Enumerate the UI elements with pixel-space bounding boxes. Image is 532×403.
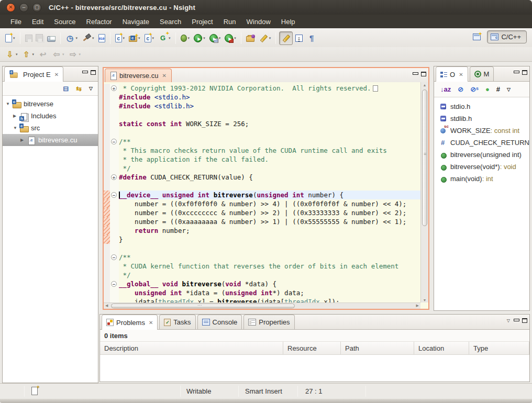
close-icon[interactable]: ✕ (149, 320, 153, 326)
scroll-down-icon[interactable]: ▼ (421, 298, 428, 302)
hide-nonpublic-button[interactable]: ● (485, 85, 490, 93)
vertical-scrollbar[interactable]: ▲ ▼ (420, 82, 428, 303)
hide-fields-button[interactable]: ⊘ (458, 85, 463, 93)
prev-annotation-button[interactable]: ⇧▾ (20, 48, 36, 61)
tab-properties[interactable]: Properties (243, 315, 294, 329)
tree-item-bitreverse[interactable]: ▼bitreverse (3, 98, 98, 110)
dropdown-arrow-icon[interactable]: ▾ (169, 36, 171, 40)
collapsed-region-box-icon[interactable] (373, 85, 378, 92)
column-header-resource[interactable]: Resource (283, 342, 341, 354)
hide-inactive-button[interactable]: # (496, 85, 500, 93)
show-block-button[interactable] (294, 33, 304, 43)
tab-project-explorer[interactable]: Project E ✕ (4, 66, 63, 82)
save-button[interactable] (24, 33, 34, 43)
tree-collapsed-arrow-icon[interactable]: ▶ (20, 138, 27, 142)
dropdown-arrow-icon[interactable]: ▾ (92, 36, 94, 40)
column-header-location[interactable]: Location (414, 342, 469, 354)
tab-make-target[interactable]: M (470, 66, 494, 81)
column-header-type[interactable]: Type (469, 342, 529, 354)
window-close-icon[interactable]: ✕ (6, 3, 15, 12)
outline-item-stdio-h[interactable]: stdio.h (434, 100, 529, 113)
tree-collapsed-arrow-icon[interactable]: ▶ (13, 114, 19, 118)
outline-item-main-void-[interactable]: main(void) : int (434, 173, 529, 185)
new-c-class-button[interactable]: ▾ (143, 32, 156, 44)
tab-bitreverse-cu[interactable]: bitreverse.cu ✕ (105, 69, 172, 82)
highlight-toggle-button[interactable] (279, 31, 293, 45)
search-marker-button[interactable]: ▾ (257, 32, 273, 44)
save-all-button[interactable] (35, 33, 45, 43)
outline-item-cuda-check-return[interactable]: CUDA_CHECK_RETURN (434, 137, 529, 149)
new-c-folder-button[interactable]: ▾ (127, 32, 142, 43)
vertical-scroll-thumb[interactable] (422, 89, 427, 226)
menu-help[interactable]: Help (276, 16, 301, 28)
maximize-view-icon[interactable] (522, 70, 527, 75)
dropdown-arrow-icon[interactable]: ▾ (79, 52, 81, 57)
horizontal-scroll-thumb[interactable] (111, 304, 295, 308)
expand-fold-icon[interactable]: + (111, 85, 117, 91)
next-annotation-button[interactable]: ⇩▾ (4, 48, 19, 61)
menu-window[interactable]: Window (241, 16, 276, 28)
dropdown-arrow-icon[interactable]: ▾ (219, 36, 221, 40)
debug-button[interactable]: ▾ (179, 33, 192, 43)
tree-item-includes[interactable]: ▶Includes (3, 110, 98, 122)
outline-item-bitreverse-void-[interactable]: bitreverse(void*) : void (434, 161, 529, 173)
maximize-editor-icon[interactable] (421, 72, 426, 76)
binary-parser-button[interactable]: 010 (97, 32, 107, 44)
open-perspective-button[interactable] (471, 32, 482, 42)
view-menu-button[interactable]: ▽ (507, 87, 511, 92)
outline-item-work-size[interactable]: WORK_SIZE : const int (434, 125, 529, 137)
dropdown-arrow-icon[interactable]: ▾ (188, 36, 190, 40)
forward-button[interactable]: ⇨▾ (67, 48, 83, 61)
code-editor[interactable]: + * Copyright 1993-2012 NVIDIA Corporati… (104, 82, 428, 303)
minimize-view-icon[interactable] (82, 71, 87, 75)
dropdown-arrow-icon[interactable]: ▾ (76, 36, 78, 40)
tree-item-bitreverse-cu[interactable]: ▶bitreverse.cu (3, 134, 98, 146)
open-element-button[interactable] (245, 32, 256, 43)
hide-static-button[interactable]: ⊘ˢ (470, 85, 479, 93)
horizontal-scrollbar[interactable]: ◀ ▶ (104, 303, 420, 309)
maximize-view-icon[interactable] (522, 318, 527, 323)
scroll-right-icon[interactable]: ▶ (416, 304, 419, 308)
menu-file[interactable]: File (5, 16, 27, 28)
minimize-editor-icon[interactable] (413, 72, 417, 76)
print-button[interactable] (46, 32, 57, 43)
new-c-source-button[interactable]: ▾ (114, 32, 127, 44)
tab-problems[interactable]: Problems✕ (102, 315, 158, 330)
menu-edit[interactable]: Edit (27, 16, 49, 28)
build-all-button[interactable]: ◷▾ (64, 32, 80, 44)
collapse-fold-icon[interactable]: − (111, 254, 117, 260)
tree-item-src[interactable]: ▼src (3, 122, 98, 134)
menu-source[interactable]: Source (49, 16, 81, 28)
dropdown-arrow-icon[interactable]: ▾ (16, 52, 18, 57)
last-edit-button[interactable]: ↩ (37, 48, 49, 61)
dropdown-arrow-icon[interactable]: ▾ (269, 36, 271, 40)
menu-refactor[interactable]: Refactor (81, 16, 117, 28)
scroll-left-icon[interactable]: ◀ (105, 304, 108, 308)
run-button[interactable]: ▾ (192, 32, 207, 44)
expand-fold-icon[interactable]: + (111, 174, 117, 180)
minimize-view-icon[interactable] (514, 319, 518, 323)
dropdown-arrow-icon[interactable]: ▾ (203, 36, 205, 40)
tab-tasks[interactable]: Tasks (159, 315, 195, 329)
close-icon[interactable]: ✕ (162, 73, 166, 79)
menu-search[interactable]: Search (154, 16, 186, 28)
collapse-fold-icon[interactable]: − (111, 281, 117, 287)
sort-button[interactable]: ↓az (440, 85, 451, 93)
view-menu-button[interactable]: ▽ (89, 86, 93, 91)
menu-run[interactable]: Run (218, 16, 241, 28)
minimize-view-icon[interactable] (514, 71, 518, 75)
fast-view-icon[interactable] (31, 387, 38, 395)
window-maximize-icon[interactable]: ▢ (32, 3, 41, 12)
close-icon[interactable]: ✕ (459, 72, 463, 77)
collapse-fold-icon[interactable]: − (111, 139, 117, 144)
new-code-button[interactable]: G▾ (157, 32, 172, 44)
build-button[interactable]: ▾ (80, 32, 96, 44)
dropdown-arrow-icon[interactable]: ▾ (62, 52, 64, 57)
column-header-description[interactable]: Description (100, 342, 283, 354)
scroll-up-icon[interactable]: ▲ (421, 83, 428, 87)
dropdown-arrow-icon[interactable]: ▾ (32, 52, 35, 57)
window-minimize-icon[interactable]: – (19, 3, 28, 12)
collapse-fold-icon[interactable]: − (111, 192, 117, 198)
back-button[interactable]: ⇦▾ (50, 48, 66, 61)
menu-navigate[interactable]: Navigate (117, 16, 154, 28)
